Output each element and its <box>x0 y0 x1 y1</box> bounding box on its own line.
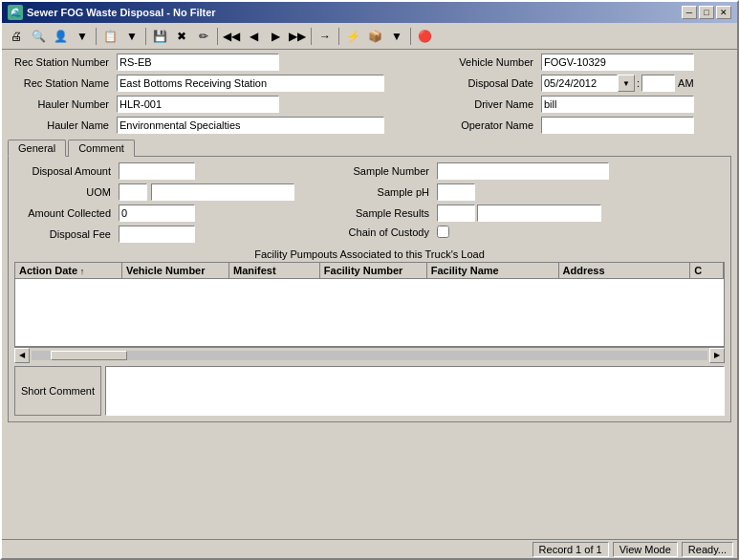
hauler-number-input[interactable] <box>117 96 279 113</box>
disposal-date-input[interactable] <box>541 75 618 92</box>
rec-station-name-input[interactable] <box>117 75 384 92</box>
amount-collected-input[interactable] <box>119 205 195 222</box>
short-comment-input[interactable] <box>105 366 725 416</box>
th-address[interactable]: Address <box>559 263 691 278</box>
scroll-left-button[interactable]: ◀ <box>14 348 30 363</box>
rec-station-number-row: Rec Station Number <box>8 54 384 71</box>
disposal-amount-row: Disposal Amount <box>14 162 294 180</box>
rec-station-number-input[interactable] <box>117 54 279 71</box>
th-action-date[interactable]: Action Date <box>15 263 122 278</box>
sample-number-input[interactable] <box>437 162 609 180</box>
th-facility-name[interactable]: Facility Name <box>427 263 559 278</box>
uom-input1[interactable] <box>119 183 147 201</box>
toolbar-dropdown3-button[interactable]: ▼ <box>386 26 407 47</box>
sample-results-input2[interactable] <box>477 205 601 222</box>
disposal-amount-input[interactable] <box>119 162 195 180</box>
scroll-track[interactable] <box>32 351 707 360</box>
close-button[interactable]: ✕ <box>716 6 731 19</box>
app-icon: 🌊 <box>8 5 23 20</box>
uom-input2[interactable] <box>151 183 294 201</box>
th-facility-number[interactable]: Facility Number <box>320 263 427 278</box>
sample-number-label: Sample Number <box>333 165 433 177</box>
tab-comment[interactable]: Comment <box>68 140 135 157</box>
horizontal-scrollbar[interactable]: ◀ ▶ <box>14 347 725 362</box>
chain-of-custody-checkbox[interactable] <box>437 226 449 238</box>
th-manifest[interactable]: Manifest <box>229 263 320 278</box>
toolbar-clipboard-button[interactable]: 📋 <box>99 26 120 47</box>
tab-content: Disposal Amount UOM Amount Collected <box>8 156 731 422</box>
amount-collected-label: Amount Collected <box>14 207 115 219</box>
sample-results-input1[interactable] <box>437 205 475 222</box>
time-colon: : <box>635 77 641 89</box>
toolbar-first-button[interactable]: ◀◀ <box>221 26 242 47</box>
toolbar-separator-6 <box>410 28 411 45</box>
th-c[interactable]: C <box>690 263 724 278</box>
toolbar-print-button[interactable]: 🖨 <box>6 26 27 47</box>
toolbar-stop-button[interactable]: 🔴 <box>414 26 435 47</box>
toolbar: 🖨 🔍 👤 ▼ 📋 ▼ 💾 ✖ ✏ ◀◀ ◀ ▶ ▶▶ → ⚡ 📦 ▼ 🔴 <box>2 23 737 50</box>
hauler-name-label: Hauler Name <box>8 119 113 131</box>
hauler-name-input[interactable] <box>117 117 384 134</box>
minimize-button[interactable]: ─ <box>682 6 697 19</box>
scroll-thumb[interactable] <box>51 351 127 360</box>
table-header: Action Date Vehicle Number Manifest Faci… <box>15 263 724 279</box>
title-bar: 🌊 Sewer FOG Waste Disposal - No Filter ─… <box>2 2 737 23</box>
operator-name-input[interactable] <box>541 117 694 134</box>
vehicle-number-input[interactable] <box>541 54 694 71</box>
record-status: Record 1 of 1 <box>533 542 609 557</box>
toolbar-user-button[interactable]: 👤 <box>50 26 71 47</box>
general-tab: Disposal Amount UOM Amount Collected <box>14 162 725 243</box>
driver-name-input[interactable] <box>541 96 694 113</box>
disposal-date-row: Disposal Date ▼ : AM <box>432 75 694 92</box>
toolbar-save-button[interactable]: 💾 <box>149 26 170 47</box>
hauler-name-row: Hauler Name <box>8 117 384 134</box>
toolbar-delete-button[interactable]: ✖ <box>171 26 192 47</box>
toolbar-separator-1 <box>96 28 97 45</box>
view-mode-status: View Mode <box>613 542 678 557</box>
tab-general[interactable]: General <box>8 140 66 157</box>
driver-name-label: Driver Name <box>432 98 537 110</box>
ampm-label: AM <box>675 77 694 89</box>
title-bar-text: Sewer FOG Waste Disposal - No Filter <box>27 7 216 18</box>
toolbar-last-button[interactable]: ▶▶ <box>287 26 308 47</box>
toolbar-dropdown2-button[interactable]: ▼ <box>121 26 142 47</box>
disposal-date-label: Disposal Date <box>432 77 537 89</box>
rec-station-number-label: Rec Station Number <box>8 56 113 68</box>
time-input[interactable] <box>641 75 675 92</box>
sample-ph-row: Sample pH <box>333 183 609 201</box>
toolbar-edit-button[interactable]: ✏ <box>193 26 214 47</box>
status-bar: Record 1 of 1 View Mode Ready... <box>2 539 737 558</box>
general-right: Sample Number Sample pH Sample Results <box>333 162 609 243</box>
sample-ph-input[interactable] <box>437 183 475 201</box>
hauler-number-row: Hauler Number <box>8 96 384 113</box>
scroll-right-button[interactable]: ▶ <box>709 348 725 363</box>
th-vehicle-number[interactable]: Vehicle Number <box>122 263 229 278</box>
toolbar-prev-button[interactable]: ◀ <box>243 26 264 47</box>
rec-station-name-label: Rec Station Name <box>8 77 113 89</box>
toolbar-next-button[interactable]: ▶ <box>265 26 286 47</box>
disposal-fee-input[interactable] <box>119 226 195 243</box>
sample-ph-label: Sample pH <box>333 186 433 198</box>
comment-section: Short Comment <box>14 366 725 416</box>
toolbar-lightning-button[interactable]: ⚡ <box>342 26 363 47</box>
facility-table-wrapper: Action Date Vehicle Number Manifest Faci… <box>14 262 725 347</box>
chain-of-custody-label: Chain of Custody <box>333 226 433 238</box>
disposal-fee-label: Disposal Fee <box>14 228 115 240</box>
toolbar-arrow-button[interactable]: → <box>315 26 336 47</box>
toolbar-package-button[interactable]: 📦 <box>364 26 385 47</box>
chain-of-custody-row: Chain of Custody <box>333 226 609 238</box>
operator-name-label: Operator Name <box>432 119 537 131</box>
disposal-fee-row: Disposal Fee <box>14 226 294 243</box>
uom-row: UOM <box>14 183 294 201</box>
ready-status: Ready... <box>682 542 733 557</box>
maximize-button[interactable]: □ <box>699 6 714 19</box>
toolbar-dropdown1-button[interactable]: ▼ <box>72 26 93 47</box>
date-dropdown-button[interactable]: ▼ <box>618 75 635 92</box>
hauler-number-label: Hauler Number <box>8 98 113 110</box>
table-body[interactable] <box>15 279 724 346</box>
vehicle-number-row: Vehicle Number <box>432 54 694 71</box>
toolbar-find-button[interactable]: 🔍 <box>28 26 49 47</box>
sample-results-label: Sample Results <box>333 207 433 219</box>
operator-name-row: Operator Name <box>432 117 694 134</box>
facility-section: Facility Pumpouts Associated to this Tru… <box>14 248 725 362</box>
